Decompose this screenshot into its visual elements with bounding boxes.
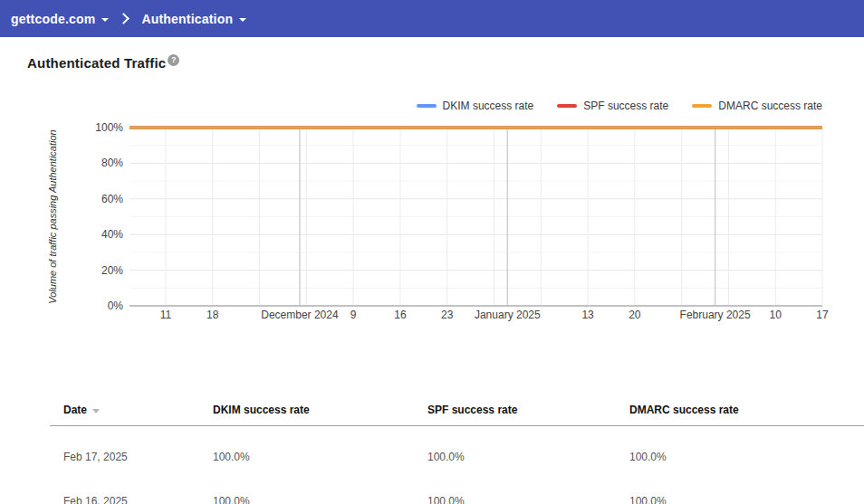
table-row: Feb 17, 2025 100.0% 100.0% 100.0% bbox=[50, 426, 864, 471]
auth-results-table: Date DKIM success rate SPF success rate … bbox=[0, 395, 864, 504]
breadcrumb-chevron-icon bbox=[119, 13, 130, 24]
x-axis-tick-label: 13 bbox=[581, 309, 594, 321]
legend-item-spf: SPF success rate bbox=[557, 100, 668, 112]
table-header-spf: SPF success rate bbox=[427, 404, 629, 416]
legend-label: DMARC success rate bbox=[718, 100, 822, 112]
row-spf-value: 100.0% bbox=[427, 451, 629, 463]
y-axis-tick-label: 60% bbox=[101, 193, 123, 205]
table-header-dkim: DKIM success rate bbox=[213, 404, 427, 416]
row-dkim-value: 100.0% bbox=[213, 451, 427, 463]
table-header-row: Date DKIM success rate SPF success rate … bbox=[50, 395, 864, 426]
legend-label: SPF success rate bbox=[583, 100, 668, 112]
spf-line-swatch-icon bbox=[557, 104, 577, 108]
sort-desc-icon bbox=[92, 409, 100, 414]
dkim-line-swatch-icon bbox=[417, 104, 437, 108]
legend-item-dmarc: DMARC success rate bbox=[692, 100, 822, 112]
section-selector-label: Authentication bbox=[141, 12, 233, 26]
x-axis-tick-label: 10 bbox=[770, 309, 782, 321]
row-spf-value: 100.0% bbox=[427, 495, 629, 504]
x-axis-month-label: January 2025 bbox=[475, 309, 541, 321]
y-axis-tick-label: 40% bbox=[101, 228, 123, 241]
x-axis-month-label: February 2025 bbox=[680, 309, 751, 321]
x-axis-tick-label: 16 bbox=[394, 309, 407, 321]
caret-down-icon bbox=[239, 18, 246, 22]
y-axis-tick-label: 20% bbox=[101, 264, 123, 277]
x-axis-tick-label: 11 bbox=[160, 309, 172, 321]
row-date: Feb 17, 2025 bbox=[50, 451, 213, 463]
table-row: Feb 16, 2025 100.0% 100.0% 100.0% bbox=[50, 471, 864, 504]
row-date: Feb 16, 2025 bbox=[50, 495, 213, 504]
x-axis-tick-label: 17 bbox=[816, 309, 829, 321]
y-axis-title: Volume of traffic passing Authentication bbox=[47, 129, 58, 303]
section-selector-button[interactable]: Authentication bbox=[141, 12, 246, 26]
authenticated-traffic-chart[interactable]: 0%20%40%60%80%100%11189162313201017Decem… bbox=[0, 116, 864, 333]
y-axis-tick-label: 100% bbox=[95, 121, 123, 134]
caret-down-icon bbox=[101, 18, 109, 22]
table-header-dmarc: DMARC success rate bbox=[629, 404, 864, 416]
domain-selector-button[interactable]: gettcode.com bbox=[11, 12, 109, 26]
row-dmarc-value: 100.0% bbox=[629, 495, 864, 504]
legend-label: DKIM success rate bbox=[443, 100, 534, 112]
table-header-date[interactable]: Date bbox=[50, 404, 213, 416]
x-axis-tick-label: 9 bbox=[350, 309, 357, 321]
topbar: gettcode.com Authentication bbox=[0, 0, 864, 37]
x-axis-tick-label: 23 bbox=[441, 309, 454, 321]
y-axis-tick-label: 80% bbox=[101, 157, 123, 169]
chart-legend: DKIM success rate SPF success rate DMARC… bbox=[417, 100, 822, 112]
dmarc-line-swatch-icon bbox=[692, 104, 712, 108]
row-dmarc-value: 100.0% bbox=[629, 451, 864, 463]
x-axis-tick-label: 18 bbox=[206, 309, 219, 321]
y-axis-tick-label: 0% bbox=[108, 300, 124, 312]
page-title: Authenticated Traffic bbox=[27, 55, 166, 71]
x-axis-tick-label: 20 bbox=[629, 309, 641, 321]
row-dkim-value: 100.0% bbox=[213, 495, 427, 504]
legend-item-dkim: DKIM success rate bbox=[417, 100, 534, 112]
help-icon[interactable]: ? bbox=[168, 54, 179, 66]
domain-selector-label: gettcode.com bbox=[11, 12, 95, 26]
x-axis-month-label: December 2024 bbox=[261, 309, 339, 321]
